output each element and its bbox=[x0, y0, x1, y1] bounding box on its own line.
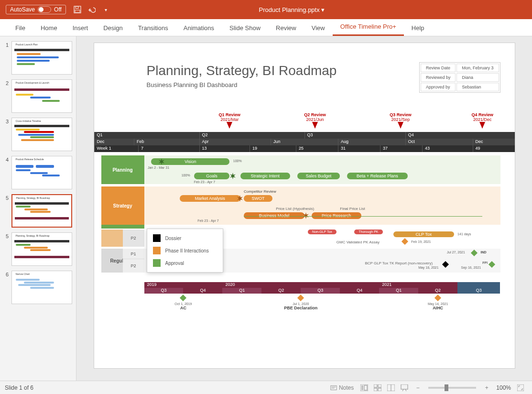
timescale-cell: Dec bbox=[94, 139, 107, 145]
lane-planning: Vision 100% Jan 2 - Mar 31 100% Goals St… bbox=[144, 155, 500, 184]
info-cell: Mon, February 3 bbox=[456, 64, 499, 72]
timescale-cell: Q1 bbox=[94, 132, 105, 139]
legend-item[interactable]: Dossier bbox=[152, 232, 218, 244]
slide-thumbnail[interactable]: Cross-Initiative Timeline bbox=[11, 118, 72, 151]
ribbon-tab-slide-show[interactable]: Slide Show bbox=[222, 21, 268, 36]
slideshow-view-icon[interactable] bbox=[398, 383, 411, 393]
ribbon-tab-animations[interactable]: Animations bbox=[176, 21, 222, 36]
bt-year: 2020 bbox=[222, 282, 379, 288]
timescale-cell: 13 bbox=[199, 145, 209, 152]
slide-title: Planning, Strategy, BI Roadmap bbox=[147, 63, 337, 78]
title-bar: AutoSave Off ▾ Product Planning.pptx ▾ bbox=[0, 0, 532, 19]
legend-item[interactable]: Approval bbox=[152, 257, 218, 269]
notes-button[interactable]: Notes bbox=[326, 383, 358, 393]
undo-icon[interactable] bbox=[86, 4, 98, 15]
bt-quarter: Q3 bbox=[144, 288, 184, 294]
svg-rect-14 bbox=[378, 384, 381, 387]
autosave-pill bbox=[38, 6, 51, 13]
svg-rect-22 bbox=[517, 384, 524, 391]
progress-line bbox=[244, 216, 482, 217]
reading-view-icon[interactable] bbox=[384, 383, 398, 393]
ribbon-tab-review[interactable]: Review bbox=[268, 21, 304, 36]
ribbon-tab-view[interactable]: View bbox=[304, 21, 333, 36]
ribbon-tab-home[interactable]: Home bbox=[33, 21, 65, 36]
row3-dates: Feb 23 - Apr 7 bbox=[197, 219, 218, 222]
slide-thumbnail[interactable]: Planning, Strategy, BI Roadmap bbox=[11, 194, 72, 228]
review-marker: Q1 Review2021/Mar bbox=[215, 112, 244, 129]
slide-thumbnail[interactable]: Narrow Chart bbox=[11, 271, 72, 304]
bt-quarter: Q1 bbox=[379, 288, 418, 294]
timescale-cell: Oct bbox=[405, 139, 417, 145]
gmc-date: Feb 19, 2021 bbox=[411, 240, 431, 243]
bt-year bbox=[457, 282, 500, 288]
thumb-number: 6 bbox=[4, 271, 9, 304]
task-market-analysis[interactable]: Market Analysis bbox=[180, 195, 240, 202]
bcp-date: May 18, 2021 bbox=[418, 266, 438, 269]
ribbon-tab-file[interactable]: File bbox=[8, 21, 33, 36]
quarter-band: Q1Q2Q3Q4 bbox=[94, 132, 515, 139]
month-band: DecFebAprJunAugOctDec bbox=[94, 139, 515, 145]
zoom-out-button[interactable]: − bbox=[411, 383, 424, 393]
slide-thumbnail[interactable]: Product Development & Launch bbox=[11, 79, 72, 113]
fit-to-window-icon[interactable] bbox=[514, 383, 527, 393]
sorter-view-icon[interactable] bbox=[371, 383, 384, 393]
clp-days: 141 days bbox=[457, 232, 471, 236]
timescale-cell: 37 bbox=[380, 145, 390, 152]
ribbon-tab-insert[interactable]: Insert bbox=[65, 21, 96, 36]
slide[interactable]: Planning, Strategy, BI Roadmap Business … bbox=[94, 43, 515, 368]
reg-p1: P1 bbox=[123, 249, 144, 259]
main-area: 1Product Launch Plan 2Product Developmen… bbox=[0, 36, 532, 381]
bt-quarter: Q2 bbox=[418, 288, 457, 294]
milestone-burst-icon bbox=[303, 212, 309, 219]
ribbon-tab-help[interactable]: Help bbox=[404, 21, 432, 36]
slide-thumbnail-panel: 1Product Launch Plan 2Product Developmen… bbox=[0, 36, 76, 381]
task-goals[interactable]: Goals bbox=[194, 173, 230, 179]
task-clp-tox[interactable]: CLP Tox bbox=[393, 231, 454, 237]
timescale-cell: Feb bbox=[134, 139, 147, 145]
row2-pct: 100% bbox=[182, 174, 190, 177]
legend-popup[interactable]: DossierPhase II InteractionsApproval bbox=[147, 229, 223, 273]
slide-subtitle: Business Planning BI Dashboard bbox=[147, 81, 238, 88]
vision-dates: Jan 2 - Mar 31 bbox=[148, 166, 169, 169]
slide-thumbnail[interactable]: Planning, Strategy, BI Roadmap bbox=[11, 232, 72, 266]
slide-thumbnail[interactable]: Product Release Schedule bbox=[11, 156, 72, 189]
diamond-icon bbox=[471, 250, 478, 256]
zoom-value: 100% bbox=[496, 384, 511, 391]
final-price-label: Final Price List bbox=[340, 207, 365, 211]
bcp-label: BCP GLP Tox TK Report (non-recovery) bbox=[365, 261, 433, 265]
slide-thumbnail[interactable]: Product Launch Plan bbox=[11, 41, 72, 75]
zoom-slider-thumb[interactable] bbox=[445, 384, 448, 391]
zoom-in-button[interactable]: + bbox=[480, 383, 493, 393]
task-swot[interactable]: SWOT bbox=[244, 195, 272, 202]
ribbon-tab-design[interactable]: Design bbox=[96, 21, 130, 36]
autosave-toggle[interactable]: AutoSave Off bbox=[6, 5, 66, 14]
svg-rect-13 bbox=[374, 384, 377, 387]
timescale-cell: Aug bbox=[338, 139, 351, 145]
bt-quarter: Q4 bbox=[183, 288, 222, 294]
customize-qat-icon[interactable]: ▾ bbox=[100, 4, 112, 15]
ribbon-tab-transitions[interactable]: Transitions bbox=[130, 21, 176, 36]
timescale-cell: Q3 bbox=[304, 132, 315, 139]
zoom-slider[interactable] bbox=[428, 387, 476, 389]
fpi-label: FPI bbox=[482, 261, 488, 264]
review-marker: Q2 Review2021/Jun bbox=[301, 112, 329, 129]
svg-rect-2 bbox=[75, 10, 80, 12]
diamond-icon bbox=[442, 261, 449, 268]
task-beta-release[interactable]: Beta + Release Plans bbox=[347, 173, 408, 179]
save-icon[interactable] bbox=[72, 4, 83, 15]
task-strategic-intent[interactable]: Strategic Intent bbox=[240, 173, 290, 179]
timescale-cell: Q2 bbox=[199, 132, 210, 139]
svg-line-21 bbox=[405, 389, 406, 391]
ind-date: Jul 27, 2021 bbox=[447, 251, 465, 254]
status-bar: Slide 1 of 6 Notes − + 100% bbox=[0, 381, 532, 394]
task-nonglp[interactable]: Non-GLP Tox bbox=[308, 230, 337, 234]
task-price-research[interactable]: Price Research bbox=[312, 212, 361, 219]
task-business-model[interactable]: Business Model bbox=[244, 212, 304, 219]
task-sales-budget[interactable]: Sales Budget bbox=[297, 173, 340, 179]
legend-item[interactable]: Phase II Interactions bbox=[152, 244, 218, 257]
bt-quarter: Q3 bbox=[457, 288, 500, 294]
svg-rect-11 bbox=[361, 385, 363, 390]
normal-view-icon[interactable] bbox=[358, 383, 371, 393]
task-thorough[interactable]: Thorough PK bbox=[354, 230, 383, 234]
ribbon-tab-office-timeline-pro-[interactable]: Office Timeline Pro+ bbox=[333, 19, 404, 36]
